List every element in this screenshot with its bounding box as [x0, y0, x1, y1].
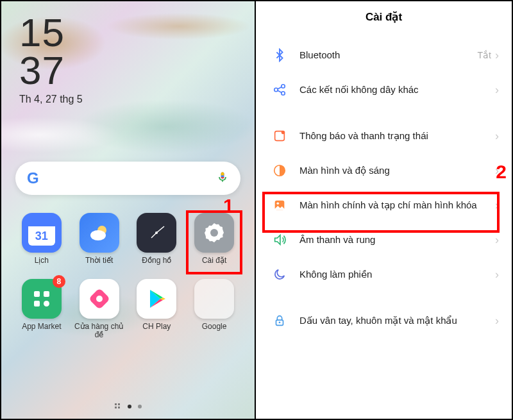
- settings-item-brightness[interactable]: Màn hình và độ sáng ›: [258, 153, 509, 188]
- svg-point-5: [210, 229, 218, 237]
- svg-rect-6: [34, 291, 40, 297]
- settings-icon: [194, 213, 234, 253]
- app-label: App Market: [22, 323, 61, 331]
- app-label: CH Play: [142, 323, 171, 331]
- apps-drawer-icon: [115, 403, 121, 410]
- homescreen-icon: [271, 197, 288, 214]
- notification-badge: 8: [53, 275, 65, 288]
- chevron-right-icon: ›: [495, 83, 499, 97]
- settings-label: Màn hình và độ sáng: [299, 164, 495, 177]
- voice-search-icon[interactable]: [216, 171, 229, 186]
- notification-icon: [271, 128, 288, 144]
- clock-minutes: 37: [19, 52, 83, 90]
- clock-date: Th 4, 27 thg 5: [19, 94, 83, 105]
- settings-item-notifications[interactable]: Thông báo và thanh trạng thái ›: [258, 119, 509, 153]
- app-label: Cài đặt: [202, 256, 226, 265]
- svg-point-21: [276, 202, 279, 205]
- google-folder-icon: [194, 279, 234, 319]
- app-settings[interactable]: Cài đặt: [187, 213, 242, 265]
- settings-label: Âm thanh và rung: [299, 233, 495, 246]
- brightness-icon: [271, 162, 288, 179]
- settings-label: Dấu vân tay, khuôn mặt và mật khẩu: [299, 314, 495, 327]
- svg-point-11: [96, 296, 103, 302]
- settings-panel: Cài đặt Bluetooth Tắt › Các kết nối khôn…: [256, 1, 512, 419]
- settings-label: Màn hình chính và tạp chí màn hình khóa: [299, 199, 495, 212]
- app-label: Thời tiết: [85, 256, 113, 265]
- settings-item-security[interactable]: Dấu vân tay, khuôn mặt và mật khẩu ›: [258, 303, 509, 338]
- svg-point-1: [90, 230, 106, 240]
- settings-item-bluetooth[interactable]: Bluetooth Tắt ›: [258, 38, 509, 72]
- chevron-right-icon: ›: [495, 49, 499, 62]
- settings-item-sound[interactable]: Âm thanh và rung ›: [258, 223, 509, 257]
- dnd-moon-icon: [271, 266, 288, 283]
- settings-status: Tắt: [478, 50, 491, 60]
- settings-label: Bluetooth: [299, 49, 478, 62]
- weather-icon: [80, 213, 119, 253]
- svg-point-23: [279, 321, 281, 323]
- app-playstore[interactable]: CH Play: [129, 279, 184, 339]
- page-dot-active: [128, 405, 131, 408]
- lock-icon: [271, 312, 288, 329]
- svg-point-13: [282, 85, 285, 88]
- svg-line-15: [278, 87, 282, 89]
- app-label: Google: [202, 323, 227, 331]
- app-weather[interactable]: Thời tiết: [72, 213, 127, 265]
- svg-rect-7: [44, 291, 49, 297]
- chevron-right-icon: ›: [495, 130, 499, 143]
- screenshot-container: 15 37 Th 4, 27 thg 5 G 31 Lịch: [0, 0, 513, 420]
- chevron-right-icon: ›: [495, 233, 499, 247]
- google-search-bar[interactable]: G: [15, 162, 240, 195]
- svg-line-2: [156, 226, 164, 233]
- bluetooth-icon: [271, 47, 288, 63]
- settings-item-homescreen[interactable]: Màn hình chính và tạp chí màn hình khóa …: [258, 188, 509, 223]
- svg-point-12: [274, 88, 278, 92]
- chevron-right-icon: ›: [495, 314, 499, 328]
- svg-rect-8: [34, 301, 40, 307]
- annotation-number-1: 1: [223, 195, 234, 217]
- settings-label: Thông báo và thanh trạng thái: [299, 130, 495, 142]
- svg-point-14: [282, 92, 285, 96]
- chevron-right-icon: ›: [495, 199, 499, 212]
- google-logo-icon: G: [27, 169, 39, 187]
- settings-label: Không làm phiền: [299, 268, 495, 281]
- svg-rect-9: [44, 301, 49, 307]
- svg-line-16: [278, 90, 282, 93]
- app-clock[interactable]: Đồng hồ: [129, 213, 184, 265]
- settings-list: Bluetooth Tắt › Các kết nối không dây kh…: [256, 38, 512, 419]
- page-dot: [138, 405, 142, 408]
- settings-item-connections[interactable]: Các kết nối không dây khác ›: [258, 72, 509, 107]
- app-appmarket[interactable]: 8 App Market: [14, 279, 69, 339]
- clock-widget[interactable]: 15 37 Th 4, 27 thg 5: [19, 14, 83, 105]
- app-calendar[interactable]: 31 Lịch: [14, 213, 69, 265]
- annotation-number-2: 2: [496, 161, 507, 183]
- appmarket-icon: 8: [22, 279, 62, 319]
- homescreen-panel: 15 37 Th 4, 27 thg 5 G 31 Lịch: [1, 1, 256, 419]
- page-indicator[interactable]: [1, 403, 255, 410]
- clock-icon: [137, 213, 176, 253]
- svg-point-4: [155, 231, 158, 234]
- app-label: Cửa hàng chủ đề: [72, 323, 127, 339]
- app-themestore[interactable]: Cửa hàng chủ đề: [72, 279, 127, 339]
- app-label: Đồng hồ: [142, 256, 171, 265]
- playstore-icon: [137, 279, 176, 319]
- app-icon-grid: 31 Lịch Thời tiết Đồng hồ: [1, 213, 255, 340]
- clock-hours: 15: [19, 14, 83, 52]
- sound-icon: [271, 231, 288, 248]
- connections-icon: [271, 81, 288, 98]
- app-label: Lịch: [35, 256, 49, 265]
- settings-title: Cài đặt: [256, 1, 512, 38]
- settings-item-dnd[interactable]: Không làm phiền ›: [258, 257, 509, 292]
- app-google-folder[interactable]: Google: [187, 279, 242, 339]
- svg-point-18: [282, 131, 285, 135]
- themestore-icon: [80, 279, 119, 319]
- settings-label: Các kết nối không dây khác: [299, 83, 495, 96]
- chevron-right-icon: ›: [495, 268, 499, 281]
- calendar-icon: 31: [22, 213, 62, 253]
